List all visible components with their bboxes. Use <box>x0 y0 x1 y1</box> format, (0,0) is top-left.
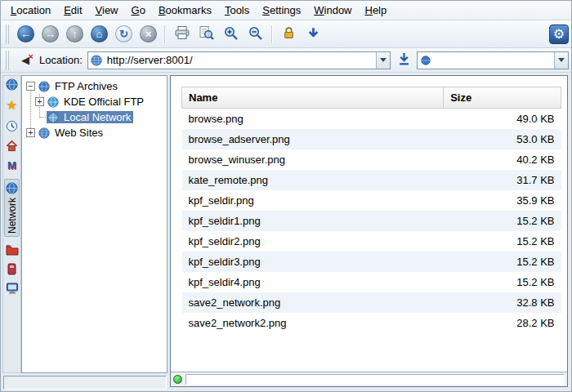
zoom-out-button[interactable] <box>244 22 267 46</box>
column-header-size: Size <box>444 87 561 109</box>
menubar-item[interactable]: Location <box>4 2 57 18</box>
active-view-led-icon <box>173 375 182 384</box>
table-row[interactable]: kpf_seldir1.png 15.2 KB <box>182 211 561 231</box>
table-row[interactable]: kpf_seldir.png 35.9 KB <box>182 190 561 211</box>
file-name[interactable]: kpf_seldir.png <box>182 190 444 211</box>
file-size: 15.2 KB <box>444 231 561 252</box>
table-row[interactable]: browse_winuser.png 40.2 KB <box>182 149 561 170</box>
tree-item-web-sites[interactable]: + Web Sites <box>22 125 167 140</box>
table-row[interactable]: browse_adserver.png 53.0 KB <box>182 129 561 149</box>
file-size: 40.2 KB <box>444 149 561 170</box>
file-size: 15.2 KB <box>444 252 561 272</box>
table-row[interactable]: kpf_seldir2.png 15.2 KB <box>182 231 561 252</box>
menubar-item[interactable]: Help <box>359 2 394 18</box>
menubar-item[interactable]: Go <box>125 2 152 18</box>
table-row[interactable]: kpf_seldir3.png 15.2 KB <box>182 252 561 272</box>
menubar-item[interactable]: Settings <box>256 2 307 18</box>
sidebar-tab-system[interactable] <box>4 283 20 294</box>
site-globe-icon <box>88 55 105 66</box>
table-row[interactable]: save2_network.png 32.8 KB <box>182 292 561 313</box>
file-name[interactable]: kpf_seldir4.png <box>182 272 444 292</box>
print-button[interactable] <box>170 22 194 46</box>
table-row[interactable]: save2_network2.png 28.2 KB <box>182 313 561 333</box>
file-size: 15.2 KB <box>444 211 561 231</box>
sidebar-tab-root-folder[interactable] <box>4 244 20 256</box>
tree-item-kde-official-ftp[interactable]: + KDE Official FTP <box>22 94 167 109</box>
sidebar-tab-services[interactable] <box>4 263 20 275</box>
file-name[interactable]: browse_adserver.png <box>182 129 444 149</box>
sidebar-tabbar: ★ M Network <box>2 75 21 373</box>
find-file-button[interactable] <box>194 22 218 46</box>
file-name[interactable]: save2_network.png <box>182 292 444 313</box>
menubar-item[interactable]: View <box>89 2 125 18</box>
locationbar-drag-handle[interactable] <box>6 51 11 70</box>
menubar-item[interactable]: Edit <box>57 2 88 18</box>
content-view: Name Size browse.png 49.0 KB <box>170 75 568 387</box>
tree-item-ftp-archives[interactable]: − FTP Archives <box>22 78 167 94</box>
web-sites-icon <box>38 127 50 139</box>
file-size: 49.0 KB <box>444 109 561 130</box>
reload-icon: ↻ <box>115 25 132 42</box>
red-folder-icon <box>6 244 19 256</box>
location-toolbar: ◀ × Location: <box>1 48 571 73</box>
statusbar-field <box>3 376 167 390</box>
secondary-input[interactable] <box>434 54 554 66</box>
menubar-item[interactable]: Bookmarks <box>152 2 218 18</box>
back-button[interactable]: ← <box>14 22 38 46</box>
stop-button[interactable]: × <box>136 22 160 46</box>
table-row[interactable]: browse.png 49.0 KB <box>182 109 561 130</box>
up-button[interactable]: ↑ <box>63 22 87 46</box>
menubar-item[interactable]: Tools <box>218 2 256 18</box>
sidebar-tab-metabar[interactable]: M <box>4 159 20 172</box>
main-area: ★ M Network <box>1 73 571 391</box>
file-name[interactable]: kpf_seldir1.png <box>182 211 444 231</box>
secondary-dropdown-arrow[interactable] <box>554 52 568 69</box>
location-label: Location: <box>38 54 84 66</box>
sidebar-tab-bookmarks[interactable]: ★ <box>4 98 20 113</box>
collapse-box-icon[interactable]: − <box>26 82 35 91</box>
toolbar-drag-handle[interactable] <box>6 24 11 44</box>
star-icon: ★ <box>7 98 17 113</box>
scroll-down-button[interactable] <box>302 22 325 46</box>
url-dropdown-arrow[interactable] <box>376 52 390 69</box>
table-row[interactable]: kpf_seldir4.png 15.2 KB <box>182 272 561 292</box>
expand-box-icon[interactable]: + <box>35 97 44 106</box>
sidebar-tab-home[interactable] <box>4 140 20 152</box>
sidebar-tab-web[interactable] <box>4 78 20 91</box>
file-name[interactable]: kate_remote.png <box>182 170 444 190</box>
sidebar-tab-network[interactable]: Network <box>4 179 20 237</box>
back-icon: ← <box>17 25 34 42</box>
file-name[interactable]: kpf_seldir3.png <box>182 252 444 272</box>
zoom-out-icon <box>248 25 263 43</box>
kde-logo: ⚙ <box>549 24 569 44</box>
file-name[interactable]: browse.png <box>182 109 444 130</box>
globe-icon <box>6 78 18 91</box>
url-input[interactable] <box>105 54 376 66</box>
home-button[interactable]: ⌂ <box>87 22 111 46</box>
tree-item-label: Local Network <box>61 111 133 123</box>
table-row[interactable]: kate_remote.png 31.7 KB <box>182 170 561 190</box>
menubar-item[interactable]: Window <box>307 2 358 18</box>
forward-button[interactable]: → <box>38 22 62 46</box>
menubar: Location Edit View Go Bookmarks Tools Se… <box>1 1 571 20</box>
file-size: 32.8 KB <box>444 292 561 313</box>
zoom-in-button[interactable] <box>219 22 243 46</box>
file-name[interactable]: save2_network2.png <box>182 313 444 333</box>
tree-item-label: Web Sites <box>52 127 105 139</box>
selected-tree-item[interactable]: Local Network <box>47 111 133 123</box>
home-icon: ⌂ <box>91 25 108 42</box>
file-name[interactable]: kpf_seldir2.png <box>182 231 444 252</box>
reload-button[interactable]: ↻ <box>112 22 136 46</box>
go-button[interactable] <box>394 51 413 70</box>
security-button[interactable] <box>277 22 301 46</box>
file-size: 35.9 KB <box>444 190 561 211</box>
tree-item-label: FTP Archives <box>52 80 120 92</box>
file-size: 15.2 KB <box>444 272 561 292</box>
sidebar-tab-history[interactable] <box>4 120 20 132</box>
tree-item-local-network[interactable]: Local Network <box>22 109 167 125</box>
arrow-down-icon <box>306 26 320 42</box>
main-toolbar: ← → ↑ ⌂ ↻ × <box>1 20 571 48</box>
file-name[interactable]: browse_winuser.png <box>182 149 444 170</box>
clear-location-button[interactable]: ◀ × <box>16 51 34 69</box>
expand-box-icon[interactable]: + <box>26 128 35 137</box>
